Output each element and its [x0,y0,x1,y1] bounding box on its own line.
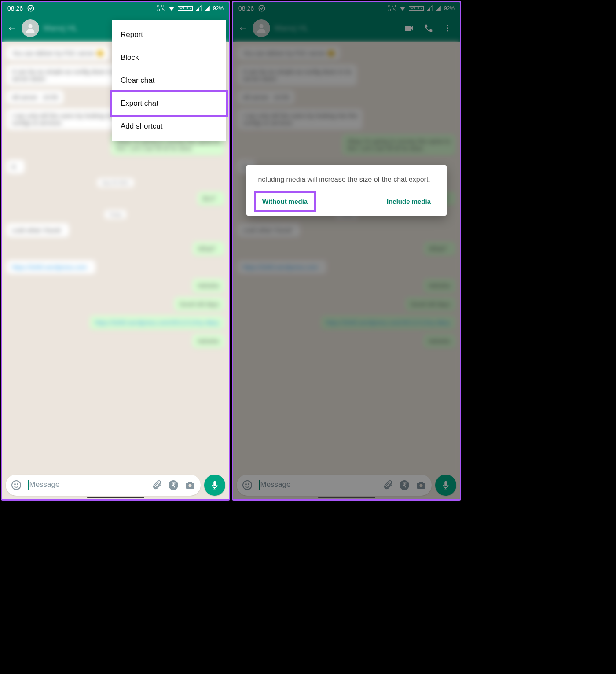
input-placeholder: Message [29,480,60,489]
android-nav-pill[interactable] [87,497,144,498]
modal-overlay[interactable] [233,2,460,499]
include-media-button[interactable]: Include media [381,193,437,210]
emoji-icon[interactable] [11,480,22,490]
checkmark-icon [27,5,34,12]
export-dialog: Including media will increase the size o… [246,165,447,216]
svg-point-3 [15,484,15,485]
volte-icon: VoLTE2 [178,6,193,11]
without-media-button[interactable]: Without media [254,191,316,212]
menu-export-chat[interactable]: Export chat [110,90,228,117]
svg-point-2 [12,481,21,490]
status-bar: 08:26 0.11KB/S VoLTE2 92% [2,2,229,15]
android-nav-pill[interactable] [318,497,375,498]
message-input[interactable]: Message ₹ [6,475,201,496]
attach-icon[interactable] [151,480,162,490]
svg-text:₹: ₹ [172,482,176,489]
message-input-bar: Message ₹ [6,475,225,496]
options-menu: Report Block Clear chat Export chat Add … [112,20,226,141]
menu-report[interactable]: Report [112,23,226,46]
menu-add-shortcut[interactable]: Add shortcut [112,115,226,138]
svg-point-7 [189,484,192,487]
camera-icon[interactable] [185,480,195,490]
wifi-icon [168,5,175,12]
contact-avatar[interactable] [22,19,39,37]
menu-clear-chat[interactable]: Clear chat [112,69,226,92]
mic-button[interactable] [204,475,225,496]
dialog-message: Including media will increase the size o… [256,175,437,184]
battery-percent: 92% [213,5,224,11]
data-speed: 0.11KB/S [157,4,166,12]
svg-point-1 [28,24,32,28]
signal-icon-2 [204,5,210,11]
status-time: 08:26 [7,5,23,12]
back-button[interactable]: ← [7,22,17,34]
screenshot-left: 08:26 0.11KB/S VoLTE2 92% ← Manoj HL You… [1,1,230,501]
signal-icon-1 [195,5,202,11]
svg-point-4 [17,484,18,485]
screenshot-right: 08:26 0.23KB/S VoLTE2 92% ← Manoj HL You… [232,1,461,501]
rupee-icon[interactable]: ₹ [168,480,179,490]
menu-block[interactable]: Block [112,46,226,69]
